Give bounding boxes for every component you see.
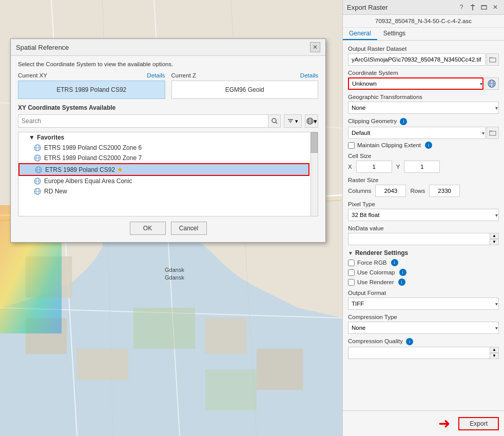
svg-rect-16 xyxy=(77,349,128,380)
tree-item-etrs3[interactable]: ETRS 1989 Poland CS92 ★ xyxy=(18,163,309,176)
coordinate-systems-tree[interactable]: ▼ Favorites ETRS 1989 Poland CS2000 Zone… xyxy=(18,132,318,216)
tree-item-label5: RD New xyxy=(44,188,67,195)
globe-item-icon5 xyxy=(34,188,41,195)
current-xy-details[interactable]: Details xyxy=(147,72,165,78)
tree-item-label3: ETRS 1989 Poland CS92 xyxy=(45,166,115,173)
panel-footer: ➜ Export xyxy=(343,410,504,436)
globe-panel-icon xyxy=(488,80,496,88)
scrollbar-track[interactable] xyxy=(311,132,318,216)
panel-content: Output Raster Dataset Coordinate System … xyxy=(343,41,504,410)
svg-rect-19 xyxy=(133,308,195,349)
help-button[interactable]: ? xyxy=(457,3,466,12)
globe-toolbar-button[interactable]: ▾ xyxy=(305,114,318,128)
globe-item-icon4 xyxy=(34,177,41,185)
use-renderer-label: Use Renderer xyxy=(357,279,394,285)
clipping-info-icon[interactable]: i xyxy=(400,118,407,125)
compression-quality-input[interactable] xyxy=(348,347,499,359)
nodata-input[interactable] xyxy=(348,233,499,245)
cancel-button[interactable]: Cancel xyxy=(171,222,207,235)
folder-icon xyxy=(489,56,496,63)
rows-label: Rows xyxy=(410,188,425,194)
globe-item-icon2 xyxy=(34,154,41,162)
output-format-select[interactable]: TIFF xyxy=(348,298,499,310)
clipping-geometry-label: Clipping Geometry i xyxy=(348,118,499,125)
cell-y-input[interactable] xyxy=(404,161,440,173)
compression-quality-label: Compression Quality i xyxy=(348,338,499,345)
clipping-browse-button[interactable] xyxy=(487,127,499,139)
folder-clipping-icon xyxy=(489,129,496,136)
globe-item-icon xyxy=(34,144,41,151)
use-colormap-row: Use Colormap i xyxy=(348,269,499,276)
force-rgb-info[interactable]: i xyxy=(391,259,398,266)
filter-button[interactable]: ▾ xyxy=(284,114,302,128)
search-toolbar: ▾ ▾ xyxy=(18,114,318,128)
favorites-group[interactable]: ▼ Favorites xyxy=(18,132,309,143)
geographic-transform-select[interactable]: None xyxy=(348,102,499,114)
dialog-subtitle: Select the Coordinate System to view the… xyxy=(18,61,318,67)
compression-quality-spin-down[interactable]: ▼ xyxy=(490,353,499,359)
use-renderer-checkbox[interactable] xyxy=(348,279,355,286)
tree-item-europe[interactable]: Europe Albers Equal Area Conic xyxy=(18,176,309,186)
tab-settings[interactable]: Settings xyxy=(377,28,412,40)
maintain-clipping-info-icon[interactable]: i xyxy=(425,142,432,149)
tree-item-etrs2[interactable]: ETRS 1989 Poland CS2000 Zone 7 xyxy=(18,153,309,163)
tree-item-rd[interactable]: RD New xyxy=(18,186,309,196)
use-colormap-info[interactable]: i xyxy=(399,269,406,276)
dialog-close-button[interactable]: ✕ xyxy=(310,42,320,52)
current-z-value: EGM96 Geoid xyxy=(171,81,319,99)
search-button[interactable] xyxy=(268,115,280,127)
geographic-transform-label: Geographic Transformations xyxy=(348,94,499,100)
maintain-clipping-row: Maintain Clipping Extent i xyxy=(348,142,499,149)
pixel-type-label: Pixel Type xyxy=(348,201,499,207)
output-raster-input[interactable] xyxy=(348,53,486,66)
current-z-details[interactable]: Details xyxy=(300,72,318,78)
tab-general[interactable]: General xyxy=(343,28,377,40)
svg-text:Gdansk: Gdansk xyxy=(165,274,184,281)
export-button[interactable]: Export xyxy=(458,417,499,430)
export-raster-panel: Export Raster ? ✕ 70932_850478_N-34-50-C… xyxy=(342,0,504,436)
compression-quality-info[interactable]: i xyxy=(406,338,413,345)
spatial-reference-dialog: Spatial Reference ✕ Select the Coordinat… xyxy=(10,38,326,243)
current-z-label: Current Z xyxy=(171,72,197,78)
svg-text:Gdansk: Gdansk xyxy=(165,267,184,273)
rows-input[interactable] xyxy=(429,185,460,197)
use-renderer-info[interactable]: i xyxy=(398,279,405,286)
svg-rect-17 xyxy=(205,318,246,354)
maintain-clipping-checkbox[interactable] xyxy=(348,142,355,149)
scrollbar-thumb[interactable] xyxy=(311,132,318,153)
ok-button[interactable]: OK xyxy=(130,222,166,235)
nodata-spin-up[interactable]: ▲ xyxy=(490,233,499,239)
coordinate-system-select[interactable]: Unknown xyxy=(348,77,483,90)
favorites-label: Favorites xyxy=(37,134,64,141)
cell-x-input[interactable] xyxy=(356,161,392,173)
pin-button[interactable] xyxy=(468,3,477,12)
xy-systems-title: XY Coordinate Systems Available xyxy=(18,104,318,111)
cell-y-label: Y xyxy=(396,164,400,170)
force-rgb-checkbox[interactable] xyxy=(348,260,355,266)
cell-x-label: X xyxy=(348,164,352,170)
pixel-type-select[interactable]: 32 Bit float xyxy=(348,209,499,221)
search-input[interactable] xyxy=(18,114,281,128)
tree-item-etrs1[interactable]: ETRS 1989 Poland CS2000 Zone 6 xyxy=(18,143,309,153)
nodata-spin-down[interactable]: ▼ xyxy=(490,239,499,245)
compression-quality-spin-up[interactable]: ▲ xyxy=(490,347,499,353)
close-panel-button[interactable]: ✕ xyxy=(491,3,500,12)
float-button[interactable] xyxy=(479,3,489,12)
svg-point-24 xyxy=(272,118,276,123)
renderer-settings-label: Renderer Settings xyxy=(355,249,408,256)
output-raster-label: Output Raster Dataset xyxy=(348,46,499,52)
compression-type-select[interactable]: None xyxy=(348,322,499,334)
renderer-settings-header[interactable]: ▼ Renderer Settings xyxy=(348,249,499,256)
nodata-label: NoData value xyxy=(348,225,499,231)
force-rgb-label: Force RGB xyxy=(357,260,387,266)
search-icon xyxy=(272,118,278,124)
use-colormap-checkbox[interactable] xyxy=(348,269,355,276)
panel-title: Export Raster xyxy=(347,4,387,11)
pin-icon xyxy=(469,4,476,11)
filter-icon xyxy=(287,118,294,124)
use-renderer-row: Use Renderer i xyxy=(348,279,499,286)
columns-input[interactable] xyxy=(375,185,406,197)
clipping-geometry-select[interactable]: Default xyxy=(348,127,486,139)
output-browse-button[interactable] xyxy=(487,53,499,66)
coordinate-system-globe-button[interactable] xyxy=(484,77,499,90)
